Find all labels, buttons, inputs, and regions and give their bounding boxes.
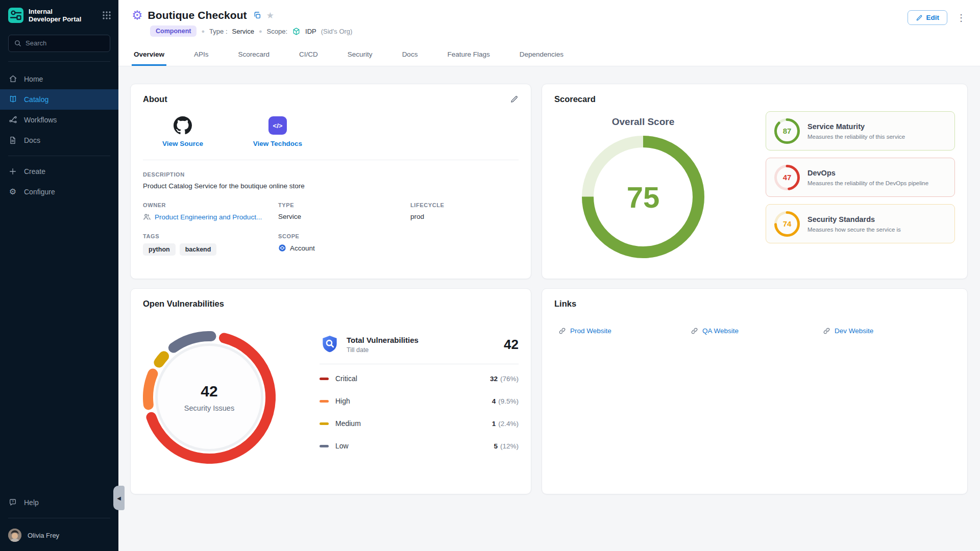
- pencil-icon: [916, 14, 923, 21]
- sidebar-item-label: Create: [24, 167, 45, 176]
- scope-cube-icon: [292, 27, 301, 36]
- severity-row-critical: Critical 32 (76%): [320, 367, 519, 390]
- group-icon: [143, 213, 151, 221]
- scorecard-item-desc: Measures the reliability of this service: [807, 134, 905, 140]
- brand-name: Internal Developer Portal: [29, 8, 97, 23]
- tab-bar: Overview APIs Scorecard CI/CD Security D…: [118, 44, 980, 66]
- divider: [143, 160, 519, 160]
- sidebar-nav: Home Catalog Workflows: [0, 69, 118, 151]
- apps-grid-icon[interactable]: [102, 11, 111, 20]
- owner-link[interactable]: Product Engineering and Product...: [143, 213, 278, 221]
- star-icon[interactable]: ★: [266, 10, 274, 21]
- tags-label: TAGS: [143, 233, 278, 239]
- tab-feature-flags[interactable]: Feature Flags: [445, 44, 492, 66]
- more-options-icon[interactable]: ⋮: [955, 10, 967, 26]
- link-icon: [558, 327, 566, 335]
- tab-cicd[interactable]: CI/CD: [297, 44, 320, 66]
- user-menu[interactable]: Olivia Frey: [0, 523, 118, 551]
- scorecard-item-service-maturity[interactable]: 87 Service Maturity Measures the reliabi…: [766, 111, 955, 151]
- sidebar-item-help[interactable]: ? Help: [0, 492, 118, 513]
- tag-python[interactable]: python: [143, 243, 176, 256]
- scorecard-item-desc: Measures the reliability of the DevOps p…: [807, 180, 928, 186]
- link-icon: [691, 327, 698, 335]
- tab-overview[interactable]: Overview: [132, 44, 166, 66]
- plus-icon: [8, 167, 17, 176]
- tab-docs[interactable]: Docs: [400, 44, 420, 66]
- sidebar-item-home[interactable]: Home: [0, 69, 118, 89]
- description-label: DESCRIPTION: [143, 171, 519, 178]
- view-source-link[interactable]: View Source: [152, 116, 213, 147]
- scope-label: SCOPE: [278, 233, 410, 239]
- dot-separator: ●: [201, 28, 205, 34]
- severity-dash: [320, 400, 329, 403]
- sidebar-collapse-handle[interactable]: ◀: [113, 486, 125, 510]
- sidebar-search[interactable]: [8, 35, 110, 52]
- breadcrumb: Component ● Type : Service ● Scope: IDP …: [150, 26, 352, 37]
- workflows-icon: [8, 115, 17, 124]
- view-techdocs-link[interactable]: </> View Techdocs: [247, 116, 308, 147]
- severity-dash: [320, 445, 329, 447]
- page-content: About View Source </>: [118, 66, 980, 551]
- link-qa-website[interactable]: QA Website: [691, 327, 823, 335]
- score-ring: 87: [774, 118, 800, 144]
- scorecard-item-security-standards[interactable]: 74 Security Standards Measures how secur…: [766, 204, 955, 243]
- scope-label: Scope:: [267, 28, 287, 35]
- divider: [8, 61, 110, 62]
- user-avatar: [8, 529, 21, 542]
- lifecycle-value: prod: [410, 213, 519, 220]
- about-title: About: [143, 94, 167, 104]
- brand: Internal Developer Portal: [0, 0, 118, 30]
- link-prod-website[interactable]: Prod Website: [558, 327, 691, 335]
- user-name: Olivia Frey: [28, 532, 59, 539]
- edit-button[interactable]: Edit: [908, 10, 948, 25]
- security-issues-count: 42: [201, 383, 217, 400]
- sidebar-item-create[interactable]: Create: [0, 161, 118, 182]
- sidebar-item-label: Configure: [24, 188, 55, 196]
- severity-row-high: High 4 (9.5%): [320, 390, 519, 412]
- vulnerabilities-title: Open Vulnerabilities: [143, 299, 519, 309]
- sidebar-item-label: Help: [24, 498, 39, 507]
- vulnerabilities-donut: 42 Security Issues: [143, 331, 276, 464]
- dot-separator: ●: [259, 28, 262, 34]
- scorecard-item-devops[interactable]: 47 DevOps Measures the reliability of th…: [766, 158, 955, 197]
- divider: [320, 364, 519, 364]
- divider: [8, 156, 110, 156]
- overall-score-value: 75: [582, 136, 704, 258]
- tab-scorecard[interactable]: Scorecard: [236, 44, 272, 66]
- scorecard-title: Scorecard: [554, 94, 955, 104]
- scope-value[interactable]: IDP: [305, 28, 316, 35]
- sidebar-item-configure[interactable]: ⚙ Configure: [0, 182, 118, 202]
- tag-backend[interactable]: backend: [180, 243, 217, 256]
- kind-badge[interactable]: Component: [150, 26, 197, 37]
- page-header: ⚙ Boutique Checkout ★ Component ● Type :…: [118, 0, 980, 44]
- tab-dependencies[interactable]: Dependencies: [518, 44, 566, 66]
- type-value: Service: [278, 213, 410, 220]
- search-icon: [14, 39, 21, 47]
- severity-row-medium: Medium 1 (2.4%): [320, 412, 519, 435]
- sidebar-item-catalog[interactable]: Catalog: [0, 89, 118, 110]
- tab-apis[interactable]: APIs: [192, 44, 211, 66]
- home-icon: [8, 74, 17, 83]
- catalog-icon: [8, 95, 17, 104]
- copy-icon[interactable]: [253, 11, 261, 19]
- sidebar-item-docs[interactable]: Docs: [0, 130, 118, 151]
- sidebar: Internal Developer Portal Ho: [0, 0, 118, 551]
- sidebar-item-workflows[interactable]: Workflows: [0, 110, 118, 130]
- links-card: Links Prod Website: [542, 288, 968, 494]
- sidebar-item-label: Docs: [24, 136, 40, 144]
- edit-about-icon[interactable]: [510, 95, 519, 104]
- divider: [8, 518, 110, 518]
- help-icon: ?: [8, 498, 17, 507]
- tab-security[interactable]: Security: [346, 44, 375, 66]
- type-label: TYPE: [278, 202, 410, 208]
- description-value: Product Catalog Service for the boutique…: [143, 182, 519, 190]
- search-input[interactable]: [26, 39, 105, 47]
- scope-value: Account: [290, 244, 315, 252]
- type-label: Type :: [209, 28, 227, 35]
- scorecard-item-name: DevOps: [807, 169, 928, 177]
- lifecycle-label: LIFECYCLE: [410, 202, 519, 208]
- link-dev-website[interactable]: Dev Website: [823, 327, 955, 335]
- severity-dash: [320, 422, 329, 425]
- overall-score-label: Overall Score: [612, 116, 675, 128]
- links-title: Links: [554, 299, 955, 309]
